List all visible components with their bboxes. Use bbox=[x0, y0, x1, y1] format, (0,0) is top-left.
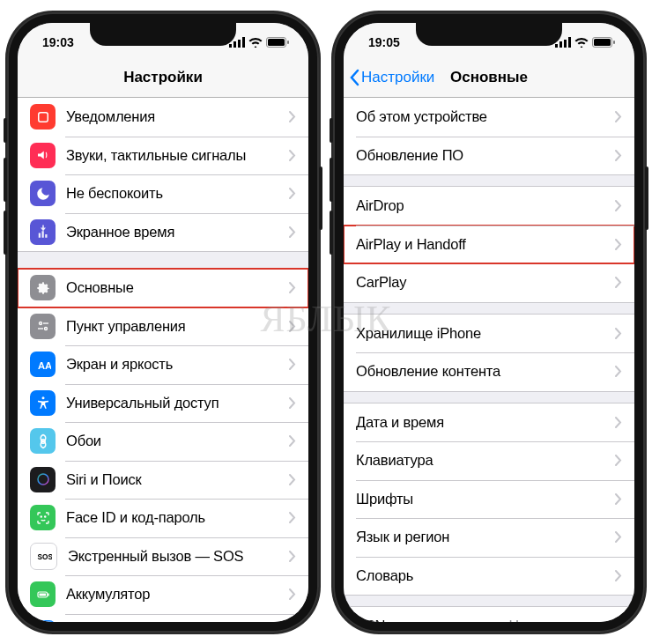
status-time: 19:03 bbox=[42, 35, 74, 49]
settings-row[interactable]: Face ID и код-пароль bbox=[18, 499, 308, 537]
settings-row[interactable]: Обновление ПО bbox=[344, 137, 634, 175]
chevron-right-icon bbox=[615, 620, 622, 622]
chevron-right-icon bbox=[289, 474, 296, 485]
row-label: Обновление ПО bbox=[356, 147, 615, 164]
row-label: Экранное время bbox=[66, 224, 289, 241]
svg-point-10 bbox=[44, 328, 47, 330]
settings-row[interactable]: Экранное время bbox=[18, 213, 308, 252]
page-title: Основные bbox=[450, 69, 528, 86]
settings-row[interactable]: AirPlay и Handoff bbox=[344, 226, 634, 264]
settings-row[interactable]: Аккумулятор bbox=[18, 575, 308, 614]
chevron-right-icon bbox=[615, 531, 622, 543]
chevron-right-icon bbox=[289, 588, 296, 600]
settings-row[interactable]: Siri и Поиск bbox=[18, 461, 308, 500]
chevron-right-icon bbox=[289, 150, 296, 161]
chevron-right-icon bbox=[289, 512, 296, 523]
row-label: Пункт управления bbox=[66, 318, 289, 335]
chevron-right-icon bbox=[289, 397, 296, 409]
chevron-right-icon bbox=[615, 366, 622, 377]
row-label: AirDrop bbox=[356, 197, 615, 214]
svg-rect-27 bbox=[564, 40, 567, 48]
row-label: Face ID и код-пароль bbox=[66, 509, 289, 526]
back-label: Настройки bbox=[361, 69, 434, 86]
svg-rect-1 bbox=[233, 41, 236, 48]
row-label: Обновление контента bbox=[356, 363, 615, 380]
accessibility-icon bbox=[30, 390, 56, 416]
notch bbox=[90, 23, 236, 46]
row-label: Язык и регион bbox=[356, 529, 615, 545]
battery-icon bbox=[266, 37, 289, 48]
svg-point-15 bbox=[38, 474, 48, 485]
chevron-right-icon bbox=[289, 111, 296, 122]
chevron-right-icon bbox=[615, 328, 622, 339]
settings-row[interactable]: AirDrop bbox=[344, 187, 634, 226]
settings-row[interactable]: Уведомления bbox=[18, 98, 308, 137]
chevron-right-icon bbox=[289, 282, 296, 293]
settings-row[interactable]: Словарь bbox=[344, 557, 634, 596]
svg-rect-3 bbox=[242, 37, 245, 48]
chevron-right-icon bbox=[615, 111, 622, 122]
svg-rect-20 bbox=[48, 593, 49, 596]
row-label: Дата и время bbox=[356, 414, 615, 431]
chevron-right-icon bbox=[615, 200, 622, 211]
settings-row[interactable]: Обои bbox=[18, 422, 308, 461]
row-label: Не беспокоить bbox=[66, 185, 289, 202]
row-label: Экстренный вызов — SOS bbox=[68, 548, 289, 565]
svg-point-16 bbox=[41, 516, 41, 517]
svg-rect-30 bbox=[594, 39, 611, 46]
sos-icon: SOS bbox=[30, 543, 57, 570]
row-label: Обои bbox=[66, 433, 289, 449]
general-icon bbox=[30, 275, 56, 300]
chevron-right-icon bbox=[615, 570, 622, 581]
svg-point-13 bbox=[41, 397, 44, 400]
wifi-icon bbox=[248, 37, 263, 48]
settings-row[interactable]: Основные bbox=[18, 269, 308, 307]
settings-row[interactable]: Пункт управления bbox=[18, 307, 308, 346]
settings-row[interactable]: VPNНе подключено bbox=[344, 607, 634, 622]
settings-row[interactable]: CarPlay bbox=[344, 263, 634, 302]
battery-icon bbox=[30, 581, 56, 607]
row-label: Основные bbox=[66, 279, 289, 296]
privacy-icon bbox=[30, 620, 56, 622]
svg-rect-21 bbox=[39, 593, 46, 596]
chevron-right-icon bbox=[289, 188, 296, 199]
settings-row[interactable]: AAЭкран и яркость bbox=[18, 345, 308, 384]
battery-icon bbox=[592, 37, 615, 48]
settings-row[interactable]: Язык и регион bbox=[344, 518, 634, 557]
notifications-icon bbox=[30, 104, 56, 130]
back-button[interactable]: Настройки bbox=[349, 69, 434, 86]
settings-row[interactable]: Обновление контента bbox=[344, 352, 634, 391]
settings-row[interactable]: Не беспокоить bbox=[18, 174, 308, 213]
settings-row[interactable]: Универсальный доступ bbox=[18, 384, 308, 423]
row-label: Универсальный доступ bbox=[66, 395, 289, 411]
row-label: Аккумулятор bbox=[66, 586, 289, 603]
svg-rect-5 bbox=[268, 39, 285, 46]
chevron-right-icon bbox=[615, 455, 622, 466]
screentime-icon bbox=[30, 219, 56, 245]
svg-rect-0 bbox=[229, 44, 232, 48]
row-label: VPN bbox=[356, 618, 508, 622]
row-label: Звуки, тактильные сигналы bbox=[66, 147, 289, 164]
row-label: Клавиатура bbox=[356, 452, 615, 469]
row-label: Уведомления bbox=[66, 108, 289, 125]
status-time: 19:05 bbox=[368, 35, 400, 49]
row-detail: Не подключено bbox=[508, 618, 610, 622]
chevron-left-icon bbox=[349, 69, 359, 86]
siri-icon bbox=[30, 467, 56, 492]
svg-text:AA: AA bbox=[38, 359, 51, 370]
settings-row[interactable]: Конфиденциальность bbox=[18, 614, 308, 623]
controlcenter-icon bbox=[30, 314, 56, 339]
settings-row[interactable]: Клавиатура bbox=[344, 441, 634, 480]
wallpaper-icon bbox=[30, 428, 56, 454]
row-label: Хранилище iPhone bbox=[356, 325, 615, 342]
settings-row[interactable]: SOSЭкстренный вызов — SOS bbox=[18, 537, 308, 576]
svg-text:SOS: SOS bbox=[37, 553, 52, 561]
page-title: Настройки bbox=[123, 69, 203, 86]
settings-row[interactable]: Шрифты bbox=[344, 480, 634, 519]
chevron-right-icon bbox=[615, 493, 622, 505]
settings-row[interactable]: Об этом устройстве bbox=[344, 98, 634, 137]
settings-row[interactable]: Дата и время bbox=[344, 403, 634, 442]
chevron-right-icon bbox=[289, 551, 296, 562]
settings-row[interactable]: Хранилище iPhone bbox=[344, 315, 634, 353]
settings-row[interactable]: Звуки, тактильные сигналы bbox=[18, 137, 308, 175]
